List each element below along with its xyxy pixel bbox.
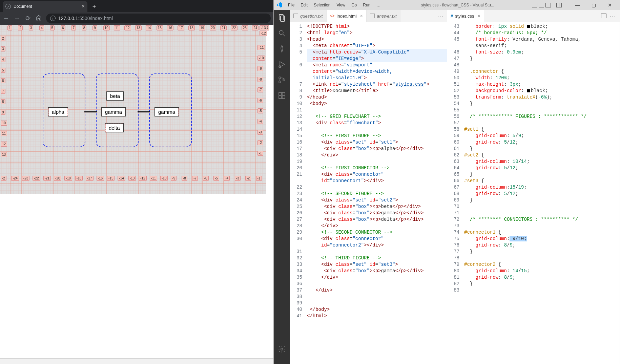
grid-index-badge: 14 [146, 25, 152, 30]
new-tab-button[interactable]: + [89, 2, 99, 11]
explorer-icon[interactable] [278, 14, 286, 22]
svg-rect-9 [279, 92, 282, 95]
menu-view[interactable]: View [334, 2, 348, 8]
panel-right-icon[interactable] [545, 3, 551, 7]
browser-toolbar: ← → ⟳ i 127.0.0.1:5500/index.html [0, 12, 273, 25]
grid-index-badge: 22 [231, 25, 237, 30]
grid-index-badge: 23 [242, 25, 248, 30]
browser-tab-strip: Document × + [0, 0, 273, 12]
box-alpha: alpha [48, 107, 68, 116]
grid-index-badge: 9 [1, 110, 5, 115]
editor-tab-answer-txt[interactable]: answer.txt [367, 10, 400, 22]
code-editor-html[interactable]: 12345 6 789101112131415161718192021 2223… [290, 22, 447, 364]
grid-index-badge: 1 [7, 25, 12, 30]
grid-index-badge: 12 [124, 25, 131, 30]
forward-button[interactable]: → [14, 15, 20, 22]
grid-index-badge: 17 [178, 25, 184, 30]
code-editor-css[interactable]: 434445 464748495051525354555657585960616… [447, 22, 620, 364]
grid-index-badge: 4 [39, 25, 44, 30]
grid-index-badge: 18 [188, 25, 195, 30]
grid-index-badge: -11 [257, 45, 265, 50]
vscode-logo-icon [276, 2, 283, 8]
editor-tab-question-txt[interactable]: question.txt [290, 10, 327, 22]
layout-grid-icon[interactable] [556, 3, 562, 7]
grid-index-badge: -4 [224, 176, 230, 181]
source-control-icon[interactable] [278, 76, 286, 84]
grid-index-badge: -24 [11, 176, 19, 181]
menu-go[interactable]: Go [349, 2, 359, 8]
editor-group-1: question.txt<>index.html×answer.txt ⋯ 12… [290, 10, 447, 364]
maximize-button[interactable]: ▢ [586, 2, 601, 8]
box-gamma: gamma [101, 107, 126, 116]
grid-index-badge: 2 [1, 36, 5, 41]
editor-tab-styles-css[interactable]: #styles.css× [447, 10, 484, 22]
svg-point-7 [279, 81, 281, 83]
grid-index-badge: 13 [1, 152, 7, 157]
mongodb-leaf-icon[interactable] [278, 45, 286, 53]
site-info-icon[interactable]: i [50, 16, 56, 21]
grid-index-badge: 21 [220, 25, 227, 30]
menu-file[interactable]: File [285, 2, 297, 8]
menu-…[interactable]: … [374, 2, 383, 8]
search-icon[interactable] [278, 29, 286, 37]
home-button[interactable] [35, 15, 42, 22]
grid-index-badge: -5 [257, 108, 263, 113]
grid-index-badge: -23 [22, 176, 29, 181]
grid-index-badge: -4 [257, 119, 263, 124]
menu-selection[interactable]: Selection [311, 2, 333, 8]
run-debug-icon[interactable] [278, 60, 286, 68]
reload-button[interactable]: ⟳ [24, 15, 31, 22]
grid-index-badge: 11 [1, 131, 7, 136]
menu-bar[interactable]: FileEditSelectionViewGoRun… [285, 2, 383, 8]
browser-viewport: alpha beta gamma delta gamma 12345678910… [0, 25, 273, 364]
tab-title: Document [14, 4, 32, 9]
browser-window: Document × + ← → ⟳ i 127.0.0.1:5500/inde… [0, 0, 274, 364]
grid-index-badge: -20 [54, 176, 61, 181]
svg-rect-10 [282, 92, 285, 95]
grid-index-badge: -1 [257, 151, 263, 156]
activity-bar [274, 10, 290, 364]
split-editor-icon[interactable] [601, 14, 606, 18]
menu-run[interactable]: Run [360, 2, 373, 8]
more-actions-icon[interactable]: ⋯ [437, 12, 443, 20]
grid-index-badge: 20 [210, 25, 216, 30]
grid-index-badge: -13 [260, 25, 267, 30]
panel-left-icon[interactable] [532, 3, 537, 7]
grid-index-badge: 5 [50, 25, 55, 30]
grid-index-badge: -7 [257, 87, 263, 92]
close-icon[interactable]: × [82, 3, 85, 9]
editor-tabs-left: question.txt<>index.html×answer.txt ⋯ [290, 10, 447, 22]
grid-index-badge: 6 [1, 78, 5, 83]
grid-index-badge: 9 [92, 25, 97, 30]
grid-index-badge: -3 [257, 130, 263, 135]
grid-index-badge: 15 [157, 25, 163, 30]
close-icon[interactable]: × [360, 13, 363, 19]
url-bar[interactable]: i 127.0.0.1:5500/index.html [46, 14, 271, 23]
browser-tab[interactable]: Document × [3, 1, 87, 12]
horizontal-scrollbar[interactable] [0, 358, 273, 364]
back-button[interactable]: ← [3, 15, 9, 22]
url-path: :5500/index.html [78, 16, 113, 21]
grid-index-badge: -16 [97, 176, 104, 181]
grid-index-badge: -7 [192, 176, 198, 181]
menu-edit[interactable]: Edit [298, 2, 310, 8]
grid-index-badge: 7 [1, 89, 5, 94]
grid-index-badge: -19 [64, 176, 72, 181]
grid-index-badge: -5 [213, 176, 219, 181]
vscode-window: FileEditSelectionViewGoRun… styles.css -… [274, 0, 620, 364]
editor-area: question.txt<>index.html×answer.txt ⋯ 12… [290, 10, 620, 364]
more-actions-icon[interactable]: ⋯ [610, 12, 616, 20]
svg-rect-0 [279, 15, 283, 20]
grid-index-badge: 8 [1, 99, 5, 104]
extensions-icon[interactable] [278, 91, 286, 100]
settings-gear-icon[interactable] [278, 345, 286, 353]
panel-bottom-icon[interactable] [539, 3, 544, 7]
minimize-button[interactable]: — [570, 2, 585, 8]
close-icon[interactable]: × [478, 13, 480, 19]
grid-index-badge: 10 [1, 121, 7, 126]
box-delta: delta [105, 123, 124, 132]
close-button[interactable]: ✕ [602, 2, 617, 8]
grid-index-badge: -14 [118, 176, 125, 181]
editor-tab-index-html[interactable]: <>index.html× [327, 10, 367, 22]
grid-index-badge: -6 [203, 176, 209, 181]
